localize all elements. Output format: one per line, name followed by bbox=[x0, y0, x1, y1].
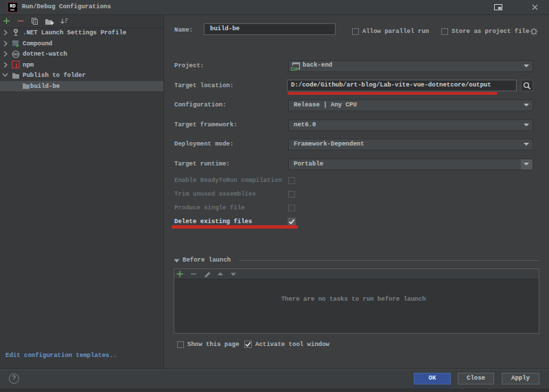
svg-text:C#: C# bbox=[291, 66, 297, 71]
